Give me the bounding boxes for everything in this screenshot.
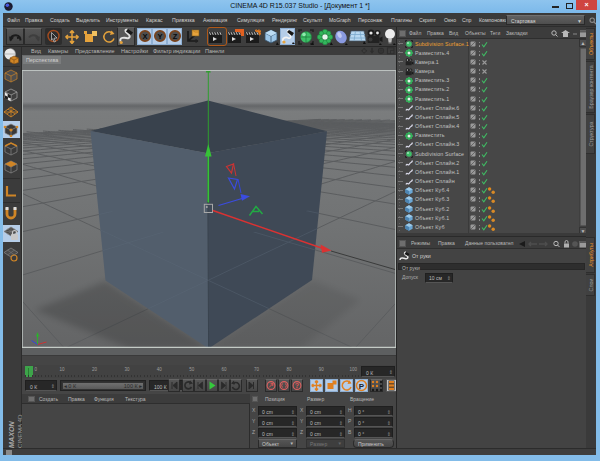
svg-text:Объекты: Объекты	[588, 33, 594, 55]
svg-text:Структура: Структура	[588, 121, 594, 146]
svg-text:X: X	[142, 32, 147, 41]
svg-text:Браузер контента: Браузер контента	[588, 65, 594, 109]
svg-text:MAXON: MAXON	[7, 420, 16, 448]
svg-text:?: ?	[295, 382, 299, 389]
svg-text:Z: Z	[173, 32, 178, 41]
svg-text:Атрибуты: Атрибуты	[588, 243, 594, 267]
svg-text:Слои: Слои	[588, 279, 594, 292]
svg-text:P: P	[359, 382, 365, 391]
svg-text:Y: Y	[157, 32, 162, 41]
